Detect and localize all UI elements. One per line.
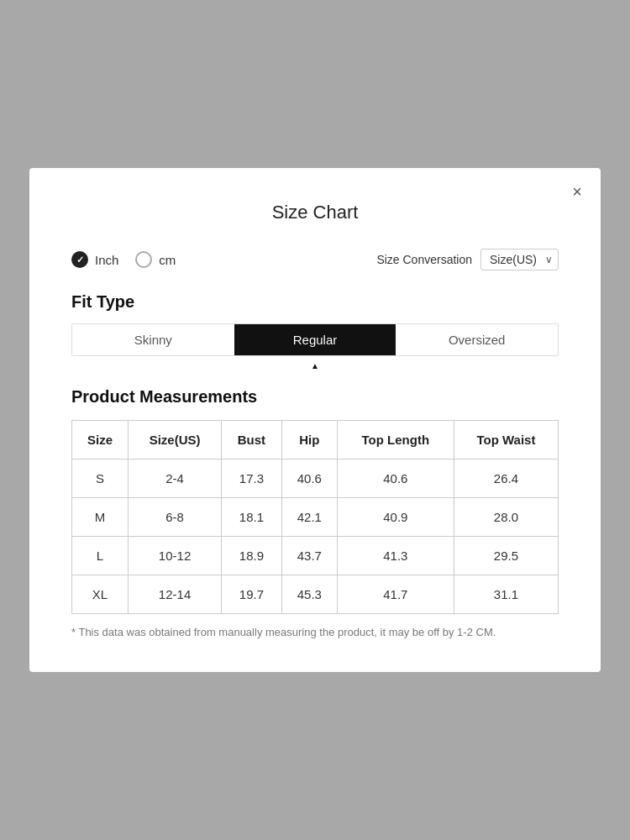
close-button[interactable]: × (572, 183, 582, 200)
cell-row2-col0: L (72, 537, 129, 575)
tab-regular[interactable]: Regular (234, 324, 396, 355)
cell-row2-col4: 41.3 (337, 537, 454, 575)
fit-type-heading: Fit Type (71, 292, 559, 312)
product-measurements-heading: Product Measurements (71, 387, 559, 407)
col-header-bust: Bust (222, 421, 282, 459)
col-header-hip: Hip (281, 421, 337, 459)
cell-row1-col3: 42.1 (281, 498, 337, 537)
modal-title: Size Chart (71, 202, 559, 223)
size-conversation-label: Size Conversation (376, 253, 472, 266)
col-header-top-waist: Top Waist (454, 421, 558, 459)
col-header-size-us: Size(US) (129, 421, 222, 459)
cell-row1-col5: 28.0 (454, 498, 558, 537)
cell-row3-col3: 45.3 (281, 575, 337, 614)
cell-row3-col4: 41.7 (337, 575, 454, 614)
cell-row2-col3: 43.7 (281, 537, 337, 575)
size-select[interactable]: Size(US) Size(EU) Size(UK) (480, 249, 559, 270)
col-header-top-length: Top Length (337, 421, 454, 459)
cell-row1-col1: 6-8 (129, 498, 222, 537)
cell-row1-col2: 18.1 (222, 498, 282, 537)
fit-type-tabs: Skinny Regular Oversized (71, 323, 559, 356)
tab-skinny[interactable]: Skinny (72, 324, 234, 355)
cell-row0-col5: 26.4 (454, 459, 558, 498)
cell-row0-col0: S (72, 459, 129, 498)
cm-radio-unchecked (135, 251, 152, 268)
disclaimer-text: * This data was obtained from manually m… (71, 626, 559, 638)
cell-row3-col2: 19.7 (222, 575, 282, 614)
cell-row1-col4: 40.9 (337, 498, 454, 537)
size-select-wrapper: Size(US) Size(EU) Size(UK) (480, 249, 559, 270)
size-conversation-container: Size Conversation Size(US) Size(EU) Size… (376, 249, 559, 270)
tab-oversized[interactable]: Oversized (396, 324, 558, 355)
cell-row3-col0: XL (72, 575, 129, 614)
table-row: L10-1218.943.741.329.5 (72, 537, 559, 575)
cell-row0-col1: 2-4 (129, 459, 222, 498)
col-header-size: Size (72, 421, 129, 459)
cell-row0-col3: 40.6 (281, 459, 337, 498)
inch-radio-checked (71, 251, 88, 268)
table-header-row: Size Size(US) Bust Hip Top Length Top Wa… (72, 421, 559, 459)
tab-indicator-row (71, 361, 559, 370)
cell-row0-col4: 40.6 (337, 459, 454, 498)
table-row: XL12-1419.745.341.731.1 (72, 575, 559, 614)
inch-option[interactable]: Inch (71, 251, 118, 268)
cell-row3-col5: 31.1 (454, 575, 558, 614)
table-row: S2-417.340.640.626.4 (72, 459, 559, 498)
cell-row1-col0: M (72, 498, 129, 537)
tab-indicator-skinny (71, 361, 234, 370)
cell-row2-col5: 29.5 (454, 537, 558, 575)
tab-indicator-oversized (396, 361, 559, 370)
size-chart-modal: × Size Chart Inch cm Size Conversation S… (29, 168, 601, 672)
inch-label: Inch (95, 253, 118, 267)
cell-row2-col1: 10-12 (129, 537, 222, 575)
unit-options: Inch cm (71, 251, 176, 268)
cm-option[interactable]: cm (135, 251, 176, 268)
cell-row3-col1: 12-14 (129, 575, 222, 614)
cell-row0-col2: 17.3 (222, 459, 282, 498)
modal-overlay: × Size Chart Inch cm Size Conversation S… (0, 0, 630, 840)
cell-row2-col2: 18.9 (222, 537, 282, 575)
unit-row: Inch cm Size Conversation Size(US) Size(… (71, 249, 559, 270)
cm-label: cm (159, 253, 176, 267)
tab-indicator-regular (234, 361, 396, 370)
measurements-table: Size Size(US) Bust Hip Top Length Top Wa… (71, 420, 559, 614)
table-row: M6-818.142.140.928.0 (72, 498, 559, 537)
